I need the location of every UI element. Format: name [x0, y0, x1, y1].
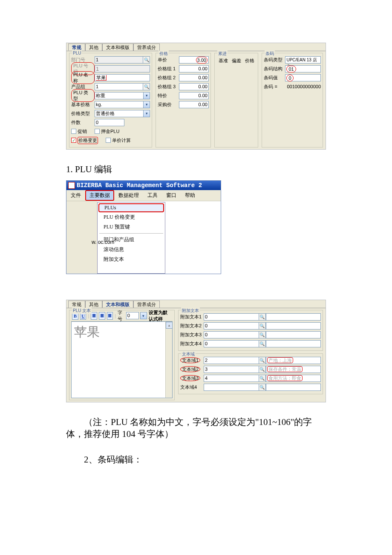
menu-window[interactable]: 窗口 — [162, 190, 181, 201]
tf1-input[interactable]: 2 — [204, 357, 259, 364]
addtext2-desc[interactable] — [266, 322, 321, 330]
qty-label: 件数 — [71, 119, 95, 126]
menuitem-plus[interactable]: PLUs — [98, 203, 164, 212]
bartype-input[interactable]: UPC/EAN 13 店内 — [285, 56, 321, 64]
tab3-text-template[interactable]: 文本和模版 — [102, 301, 133, 308]
addtext2-search-icon[interactable]: 🔍 — [259, 322, 266, 330]
tf1-search-icon[interactable]: 🔍 — [259, 357, 266, 364]
tab3-nutrition[interactable]: 营养成分 — [133, 301, 160, 308]
addtext4-input[interactable]: 0 — [204, 340, 259, 347]
tf4-input[interactable] — [204, 384, 259, 391]
tf2-search-icon[interactable]: 🔍 — [259, 366, 266, 373]
align-left-icon[interactable]: ≣ — [91, 312, 97, 320]
plutype-dropdown-icon[interactable]: ▾ — [143, 92, 150, 99]
menu-dataproc[interactable]: 数据处理 — [114, 190, 143, 201]
sp-input[interactable]: 0.00 — [179, 92, 209, 99]
barstruct-input[interactable]: 01 — [285, 65, 321, 72]
pricechg-checkbox[interactable]: ✓价格变更 — [71, 137, 98, 144]
addtext1-search-icon[interactable]: 🔍 — [259, 313, 266, 321]
deposit-checkbox[interactable]: 押金PLU — [95, 128, 119, 135]
cost-label: 采购价 — [158, 101, 179, 108]
tab-text-template[interactable]: 文本和模版 — [102, 43, 133, 51]
tf2-desc[interactable]: 保存条件：常温 — [266, 366, 321, 373]
right-column: 附加文本 附加文本10🔍 附加文本20🔍 附加文本30🔍 附加文本40🔍 文本域… — [178, 310, 323, 394]
pg2-input[interactable]: 0.00 — [179, 74, 209, 81]
editor-scrollbar[interactable] — [165, 322, 172, 398]
pricetype-input[interactable]: 普通价格 — [95, 110, 144, 117]
menuitem-addtext[interactable]: 附加文本 — [98, 254, 165, 264]
font-input[interactable]: 0 — [126, 312, 139, 319]
cost-input[interactable]: 0.00 — [179, 101, 209, 108]
plu-name-input[interactable]: 苹果 — [95, 74, 150, 81]
group-input[interactable]: 1 — [95, 83, 143, 90]
barval-input[interactable]: 0 — [285, 74, 321, 81]
menuitem-deptgrp[interactable]: 部门和产品组 — [98, 235, 165, 245]
tab-bar: 常规 其他 文本和模版 营养成分 — [66, 43, 326, 51]
pg1-input[interactable]: 0.00 — [179, 65, 209, 72]
tf3-label: 文本域3 — [180, 375, 204, 382]
pricetype-dropdown-icon[interactable]: ▾ — [143, 110, 150, 117]
maindata-dropdown: PLUs PLU 价格变更 PLU 预置键 部门和产品组 滚动信息 附加文本 — [97, 202, 165, 274]
cum-h3: 价格 — [245, 58, 254, 64]
tf3-desc[interactable]: 食用方法：即食 — [266, 375, 321, 382]
unitprice-label: 单价 — [158, 57, 179, 63]
group-search-icon[interactable]: 🔍 — [143, 83, 150, 90]
plutype-label: PLU 类型 — [71, 89, 95, 102]
menuitem-scroll[interactable]: 滚动信息 — [98, 245, 165, 254]
bar-legend: 条码 — [265, 51, 275, 57]
menu-maindata[interactable]: 主要数据 — [85, 190, 114, 201]
align-center-icon[interactable]: ≣ — [99, 312, 105, 320]
addtext4-search-icon[interactable]: 🔍 — [259, 340, 266, 347]
tab3-general[interactable]: 常规 — [68, 301, 85, 308]
menu-file[interactable]: 文件 — [66, 190, 85, 201]
tab-nutrition[interactable]: 营养成分 — [133, 43, 160, 51]
default-style-button[interactable]: 设置为默认式样 — [149, 309, 172, 322]
dept-input[interactable]: 1 — [95, 56, 143, 64]
addtext2-input[interactable]: 0 — [204, 322, 259, 330]
plutype-input[interactable]: 称重 — [95, 92, 144, 99]
addtext1-input[interactable]: 0 — [204, 313, 259, 321]
promo-checkbox[interactable]: 促销 — [71, 128, 87, 135]
baseprice-input[interactable]: kg. — [95, 101, 144, 108]
barstruct-label: 条码结构 — [264, 66, 285, 72]
tab3-other[interactable]: 其他 — [85, 301, 102, 308]
tf4-desc[interactable] — [266, 384, 321, 391]
menuitem-pricechg[interactable]: PLU 价格变更 — [98, 212, 165, 222]
menu-separator — [99, 233, 163, 234]
unitprice-input[interactable]: 3.00 — [179, 56, 209, 64]
qty-input[interactable]: 0 — [95, 119, 124, 126]
tf4-search-icon[interactable]: 🔍 — [259, 384, 266, 391]
cum-legend: 累进 — [217, 51, 228, 57]
tab-general[interactable]: 常规 — [68, 43, 85, 51]
bartype-label: 条码类型 — [264, 57, 285, 63]
dept-search-icon[interactable]: 🔍 — [143, 56, 150, 64]
addtext4-desc[interactable] — [266, 340, 321, 347]
menu-help[interactable]: 帮助 — [181, 190, 199, 201]
menu-tools[interactable]: 工具 — [143, 190, 162, 201]
tab-bar-3: 常规 其他 文本和模版 营养成分 — [66, 300, 326, 308]
barval-label: 条码值 — [264, 75, 285, 81]
tf3-search-icon[interactable]: 🔍 — [259, 375, 266, 382]
text-template-panel: 常规 其他 文本和模版 营养成分 PLU 文本 B U | ≣ ≣ ≣ | 字号… — [66, 300, 326, 402]
text-editor[interactable]: 苹果 — [71, 321, 173, 398]
tf2-input[interactable]: 3 — [204, 366, 259, 373]
baseprice-label: 基本价格 — [71, 101, 95, 108]
align-right-icon[interactable]: ≣ — [107, 312, 113, 320]
unitcalc-checkbox[interactable]: 单价计算 — [106, 137, 131, 144]
pg3-input[interactable]: 0.00 — [179, 83, 209, 90]
menuitem-preset[interactable]: PLU 预置键 — [98, 222, 165, 232]
textfield-legend: 文本域 — [181, 351, 196, 357]
bareq-value: 0010000000000 — [285, 84, 321, 89]
plu-num-input[interactable]: 1 — [95, 65, 150, 72]
addtext1-desc[interactable] — [266, 313, 321, 321]
note-text: （注：PLU 名称如为中文，字号必须设定为"101~106"的字体，推荐使用 1… — [66, 416, 326, 440]
addtext3-search-icon[interactable]: 🔍 — [259, 331, 266, 338]
addtext3-desc[interactable] — [266, 331, 321, 338]
addtext3-input[interactable]: 0 — [204, 331, 259, 338]
tab-other[interactable]: 其他 — [85, 43, 102, 51]
tf3-input[interactable]: 4 — [204, 375, 259, 382]
font-dropdown-icon[interactable]: ▾ — [140, 312, 147, 319]
app-window: BIZERBA Basic Management Software 2 文件 主… — [66, 180, 221, 274]
baseprice-dropdown-icon[interactable]: ▾ — [143, 101, 150, 108]
tf1-desc[interactable]: 产地：上海 — [266, 357, 321, 364]
